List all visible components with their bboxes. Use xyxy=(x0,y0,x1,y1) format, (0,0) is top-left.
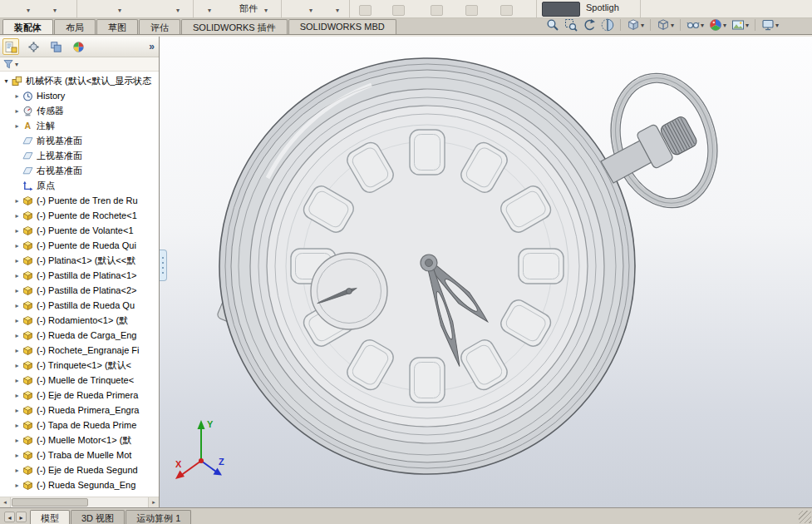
tree-item-part[interactable]: (-) Puente de Rueda Qui xyxy=(0,238,159,253)
tree-item-sensors[interactable]: 传感器 xyxy=(0,103,159,118)
tree-item-part[interactable]: (-) Puente de Rochete<1 xyxy=(0,208,159,223)
document-tab[interactable]: 模型 xyxy=(30,510,70,524)
tree-filter-row: ▾ xyxy=(0,57,159,72)
command-tab[interactable]: 装配体 xyxy=(2,19,53,34)
expander-icon[interactable] xyxy=(12,272,22,279)
dropdown-caret-icon[interactable]: ▾ xyxy=(118,7,121,14)
tree-item-assembly[interactable]: 机械怀表 (默认<默认_显示状态 xyxy=(0,73,159,88)
tree-item-part[interactable]: (-) Rodamiento<1> (默 xyxy=(0,313,159,328)
filter-icon[interactable] xyxy=(3,59,13,69)
expander-icon[interactable] xyxy=(12,227,22,235)
view-tool-zoom-fit[interactable] xyxy=(544,17,561,32)
tree-item-part[interactable]: (-) Eje de Rueda Segund xyxy=(0,462,159,477)
pressed-toolbar-button[interactable] xyxy=(542,2,580,17)
view-tool-display-style[interactable]: ▾ xyxy=(655,17,676,32)
scroll-right-button[interactable]: ▸ xyxy=(148,497,159,507)
view-tool-scene[interactable]: ▾ xyxy=(730,17,750,32)
expander-icon[interactable] xyxy=(12,122,22,130)
dropdown-caret-icon[interactable]: ▾ xyxy=(27,7,30,14)
panel-tab-pt-display[interactable] xyxy=(70,38,86,55)
graphics-viewport[interactable]: Y X Z xyxy=(160,37,812,507)
expander-icon[interactable] xyxy=(12,212,22,220)
expander-icon[interactable] xyxy=(12,362,22,369)
tree-item-part[interactable]: (-) Muelle de Trinquete< xyxy=(0,373,159,388)
tree-horizontal-scrollbar[interactable]: ◂ ▸ xyxy=(0,497,159,507)
scrollbar-thumb[interactable] xyxy=(12,498,88,507)
panel-overflow-chevrons[interactable]: » xyxy=(149,41,155,52)
filter-caret-icon[interactable]: ▾ xyxy=(15,61,18,68)
expander-icon[interactable] xyxy=(12,422,22,429)
expander-icon[interactable] xyxy=(12,467,22,474)
panel-tab-pt-properties[interactable] xyxy=(25,38,42,55)
dropdown-caret-icon[interactable]: ▾ xyxy=(264,7,268,14)
expander-icon[interactable] xyxy=(12,107,22,115)
command-tab[interactable]: SOLIDWORKS MBD xyxy=(288,19,396,34)
command-tab-label: 评估 xyxy=(150,22,169,32)
expander-icon[interactable] xyxy=(12,302,22,309)
view-tool-view-orientation[interactable]: ▾ xyxy=(625,17,646,32)
tree-item-origin[interactable]: 原点 xyxy=(0,178,159,193)
panel-splitter-handle[interactable] xyxy=(160,250,167,281)
expander-icon[interactable] xyxy=(12,197,22,205)
view-tool-previous-view[interactable] xyxy=(581,17,598,32)
expander-icon[interactable] xyxy=(12,257,22,264)
expander-icon[interactable] xyxy=(12,287,22,294)
tree-item-annotations[interactable]: 注解 xyxy=(0,118,159,133)
command-tab[interactable]: 评估 xyxy=(139,19,180,34)
tree-item-part[interactable]: (-) Muelle Motor<1> (默 xyxy=(0,433,159,447)
feature-manager-tab-strip: » xyxy=(0,37,159,57)
tree-item-part[interactable]: (-) Platina<1> (默认<<默 xyxy=(0,253,159,268)
expander-icon[interactable] xyxy=(12,332,22,339)
tree-item-part[interactable]: (-) Trinquete<1> (默认< xyxy=(0,358,159,373)
orientation-triad[interactable]: Y X Z xyxy=(173,414,238,486)
tree-item-plane[interactable]: 右视基准面 xyxy=(0,163,159,178)
tree-item-part[interactable]: (-) Rueda Primera_Engra xyxy=(0,403,159,418)
tree-item-part[interactable]: (-) Pastilla de Platina<1> xyxy=(0,268,159,283)
expander-icon[interactable] xyxy=(12,452,22,459)
tree-item-part[interactable]: (-) Traba de Muelle Mot xyxy=(0,447,159,462)
view-tool-view-settings[interactable]: ▾ xyxy=(760,17,780,32)
document-tab[interactable]: 运动算例 1 xyxy=(125,510,191,524)
expander-icon[interactable] xyxy=(12,242,22,250)
dropdown-caret-icon[interactable]: ▾ xyxy=(53,7,57,14)
tree-item-history[interactable]: History xyxy=(0,88,159,103)
expander-icon[interactable] xyxy=(12,482,22,489)
scroll-left-button[interactable]: ◂ xyxy=(0,497,11,507)
tree-item-part[interactable]: (-) Rueda Segunda_Eng xyxy=(0,477,159,492)
dropdown-caret-icon[interactable]: ▾ xyxy=(336,7,339,14)
expander-icon[interactable] xyxy=(12,377,22,384)
expander-icon[interactable] xyxy=(12,392,22,399)
tree-item-plane[interactable]: 上视基准面 xyxy=(0,148,159,163)
expander-icon[interactable] xyxy=(12,347,22,354)
command-tab[interactable]: 布局 xyxy=(54,19,96,34)
expander-icon[interactable] xyxy=(12,407,22,414)
document-tab[interactable]: 3D 视图 xyxy=(71,510,125,524)
tab-scroll-left-button[interactable]: ◂ xyxy=(4,512,15,522)
command-tab[interactable]: 草图 xyxy=(96,19,138,34)
tree-item-part[interactable]: (-) Puente de Volante<1 xyxy=(0,223,159,238)
expander-icon[interactable] xyxy=(12,437,22,444)
tree-item-part[interactable]: (-) Rueda de Carga_Eng xyxy=(0,328,159,343)
expander-icon[interactable] xyxy=(12,92,22,100)
panel-tab-pt-configurations[interactable] xyxy=(47,38,64,55)
tree-item-part[interactable]: (-) Puente de Tren de Ru xyxy=(0,193,159,208)
panel-tab-pt-features[interactable] xyxy=(2,38,19,55)
view-tool-zoom-area[interactable] xyxy=(563,17,579,32)
expander-icon[interactable] xyxy=(2,77,11,85)
dropdown-caret-icon[interactable]: ▾ xyxy=(309,7,312,14)
view-tool-appearance[interactable]: ▾ xyxy=(707,17,728,32)
components-group-label[interactable]: 部件 xyxy=(239,2,258,15)
tree-item-part[interactable]: (-) Tapa de Rueda Prime xyxy=(0,418,159,433)
tab-scroll-right-button[interactable]: ▸ xyxy=(16,512,27,522)
tree-item-part[interactable]: (-) Pastilla de Rueda Qu xyxy=(0,298,159,313)
tree-item-plane[interactable]: 前视基准面 xyxy=(0,133,159,148)
expander-icon[interactable] xyxy=(12,317,22,324)
command-tab[interactable]: SOLIDWORKS 插件 xyxy=(181,19,288,34)
dropdown-caret-icon[interactable]: ▾ xyxy=(208,7,211,14)
tree-item-part[interactable]: (-) Pastilla de Platina<2> xyxy=(0,283,159,298)
view-tool-hide-show[interactable]: ▾ xyxy=(685,17,706,32)
dropdown-caret-icon[interactable]: ▾ xyxy=(176,7,180,14)
tree-item-part[interactable]: (-) Eje de Rueda Primera xyxy=(0,388,159,403)
view-tool-section-view[interactable] xyxy=(599,17,616,32)
tree-item-part[interactable]: (-) Rochete_Engranaje Fi xyxy=(0,343,159,358)
